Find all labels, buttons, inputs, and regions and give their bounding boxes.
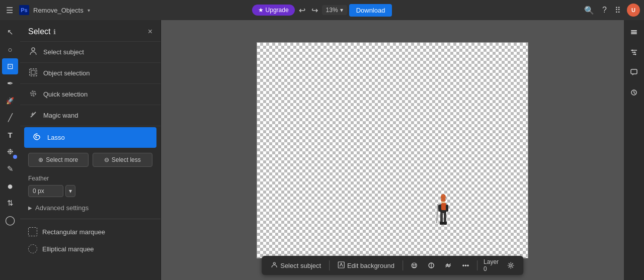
filter-panel-button[interactable]	[626, 44, 642, 60]
line-tool-button[interactable]: ╱	[2, 110, 18, 126]
topbar-left: ☰ Ps Remove_Objects ▾	[4, 4, 248, 17]
toolbar-more-button[interactable]: •••	[458, 259, 473, 272]
circle-fill-tool-button[interactable]: ●	[2, 178, 18, 194]
topbar: ☰ Ps Remove_Objects ▾ ★ Upgrade ↩ ↪ 13% …	[0, 0, 644, 20]
panel-close-button[interactable]: ×	[148, 27, 152, 36]
toolbar-divider-2	[403, 260, 403, 270]
panel-header: Select ℹ ×	[20, 20, 160, 42]
svg-line-16	[437, 204, 438, 223]
toolbar-icon2-button[interactable]	[424, 259, 439, 271]
object-selection-item[interactable]: Object selection	[20, 63, 160, 84]
person-figure	[436, 193, 450, 228]
svg-rect-15	[443, 222, 447, 225]
upgrade-button[interactable]: ★ Upgrade	[252, 5, 295, 16]
object-selection-label: Object selection	[43, 69, 90, 77]
advanced-settings-item[interactable]: ▶ Advanced settings	[20, 199, 160, 217]
right-strip	[624, 20, 644, 280]
download-button[interactable]: Download	[349, 4, 392, 17]
svg-rect-10	[438, 205, 441, 212]
select-subject-bottom-icon	[271, 261, 278, 270]
adjust-tool-button[interactable]: ⇅	[2, 195, 18, 211]
history-panel-button[interactable]	[626, 84, 642, 101]
magic-wand-label: Magic wand	[43, 112, 78, 119]
section-divider	[20, 219, 160, 219]
select-more-button[interactable]: ⊕ Select more	[28, 153, 89, 167]
tool-strip: ↖ ○ ⊡ ✒ 🚀 ╱ T ❉ ✎ ● ⇅	[0, 20, 20, 280]
lasso-item[interactable]: Lasso	[24, 127, 156, 148]
layer-settings-button[interactable]	[503, 259, 518, 271]
select-tool-icon: ⊡	[7, 62, 14, 71]
toolbar-divider-3	[477, 260, 477, 270]
ellipse-tool-button[interactable]: ◯	[2, 212, 18, 228]
toolbar-icon1-button[interactable]	[407, 259, 422, 271]
svg-rect-26	[631, 30, 637, 31]
toolbar-icon3-button[interactable]	[441, 259, 456, 271]
undo-button[interactable]: ↩	[297, 4, 307, 17]
svg-rect-9	[441, 203, 446, 210]
feather-section: Feather ▾	[20, 171, 160, 199]
svg-rect-13	[444, 213, 446, 223]
info-icon[interactable]: ℹ	[53, 28, 56, 36]
elliptical-marquee-icon	[28, 244, 37, 253]
svg-rect-12	[440, 213, 443, 223]
rocket-tool-button[interactable]: 🚀	[2, 92, 18, 109]
elliptical-marquee-item[interactable]: Elliptical marquee	[24, 240, 156, 257]
chevron-right-icon: ▶	[28, 205, 32, 211]
rectangular-marquee-item[interactable]: Rectangular marquee	[24, 223, 156, 240]
layers-panel-button[interactable]	[626, 24, 642, 40]
magic-wand-icon	[28, 110, 38, 121]
svg-rect-27	[631, 32, 637, 33]
text-tool-icon: T	[8, 131, 12, 139]
select-less-button[interactable]: ⊖ Select less	[93, 153, 153, 167]
avatar[interactable]: U	[627, 4, 640, 17]
svg-rect-35	[631, 69, 637, 74]
canvas-container	[257, 42, 528, 258]
select-tool-button[interactable]: ⊡	[2, 58, 18, 74]
edit-background-button[interactable]: Edit background	[334, 259, 398, 272]
pen-tool-icon: ✒	[7, 79, 14, 88]
object-selection-icon	[28, 68, 38, 78]
panel-title-row: Select ℹ	[28, 27, 56, 36]
canvas-background[interactable]	[257, 42, 528, 258]
feather-dropdown-button[interactable]: ▾	[65, 185, 75, 197]
select-subject-item[interactable]: Select subject	[20, 42, 160, 63]
adjust-tool-icon: ⇅	[7, 199, 14, 208]
filename-dropdown-icon[interactable]: ▾	[88, 8, 90, 13]
redo-button[interactable]: ↪	[309, 4, 320, 17]
search-button[interactable]: 🔍	[582, 4, 596, 17]
more-tools-section: Rectangular marquee Elliptical marquee	[20, 221, 160, 259]
rocket-icon: 🚀	[6, 97, 14, 105]
quick-selection-item[interactable]: Quick selection	[20, 84, 160, 105]
ps-logo: Ps	[19, 5, 29, 15]
arrow-tool-button[interactable]: ↖	[2, 24, 18, 40]
brush-circle-tool-button[interactable]: ○	[2, 41, 18, 57]
elliptical-marquee-label: Elliptical marquee	[42, 245, 94, 253]
pen-tool-button[interactable]: ✒	[2, 75, 18, 91]
svg-point-21	[413, 264, 414, 266]
topbar-right: 🔍 ? ⠿ U	[396, 4, 640, 17]
svg-rect-28	[631, 33, 637, 34]
feather-label: Feather	[28, 175, 152, 182]
select-panel: Select ℹ × Select subject Object	[20, 20, 161, 280]
bottom-toolbar: Select subject Edit background	[262, 256, 523, 275]
filename-label: Remove_Objects	[33, 7, 84, 14]
panel-title: Select	[28, 27, 50, 36]
feather-input[interactable]	[28, 185, 63, 197]
feather-input-row: ▾	[28, 185, 152, 197]
magic-wand-item[interactable]: Magic wand	[20, 105, 160, 126]
hamburger-button[interactable]: ☰	[4, 4, 15, 17]
svg-point-7	[441, 199, 446, 202]
lasso-label: Lasso	[47, 134, 65, 141]
help-button[interactable]: ?	[600, 4, 609, 17]
apps-button[interactable]: ⠿	[613, 4, 623, 17]
tool-badge	[13, 155, 17, 159]
pencil-tool-button[interactable]: ✎	[2, 161, 18, 177]
select-subject-bottom-button[interactable]: Select subject	[267, 259, 325, 272]
layers-tool-button[interactable]: ❉	[2, 144, 18, 160]
zoom-control[interactable]: 13% ▾	[322, 5, 347, 15]
comments-panel-button[interactable]	[626, 64, 642, 80]
svg-rect-2	[31, 70, 35, 74]
svg-point-22	[415, 264, 416, 266]
text-tool-button[interactable]: T	[2, 127, 18, 143]
svg-point-34	[635, 54, 636, 55]
